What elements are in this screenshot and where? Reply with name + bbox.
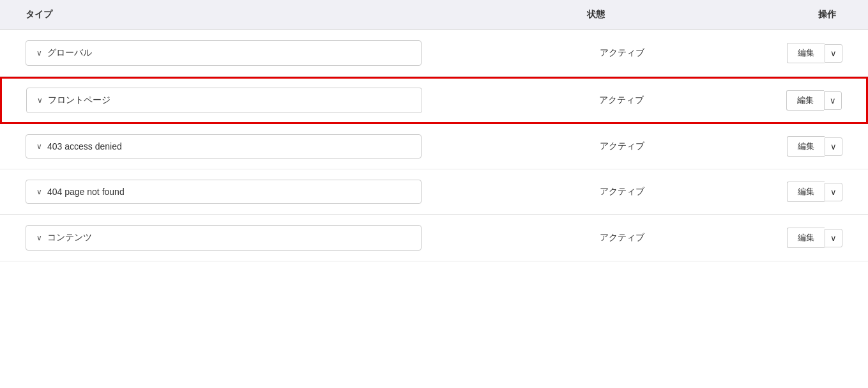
action-cell-contents: 編集 ∨	[715, 228, 842, 248]
table-row-wrapper-403: ∨ 403 access denied アクティブ 編集 ∨	[0, 124, 868, 169]
dropdown-button-front-page[interactable]: ∨	[824, 91, 842, 110]
table-body: ∨ グローバル アクティブ 編集 ∨ ∨ フロントページ アク	[0, 30, 868, 261]
type-cell-contents: ∨ コンテンツ	[26, 225, 587, 251]
type-box-404: ∨ 404 page not found	[26, 180, 422, 204]
type-label-global: グローバル	[47, 47, 92, 59]
type-cell-global: ∨ グローバル	[26, 40, 587, 66]
main-table: タイプ 状態 操作 ∨ グローバル アクティブ 編集 ∨	[0, 0, 868, 261]
chevron-icon-403: ∨	[36, 142, 42, 151]
table-row-wrapper-404: ∨ 404 page not found アクティブ 編集 ∨	[0, 169, 868, 215]
header-action: 操作	[715, 9, 842, 20]
status-cell-404: アクティブ	[587, 186, 715, 198]
table-row-wrapper-global: ∨ グローバル アクティブ 編集 ∨	[0, 30, 868, 77]
table-row: ∨ コンテンツ アクティブ 編集 ∨	[26, 225, 842, 251]
table-row-wrapper-front-page: ∨ フロントページ アクティブ 編集 ∨	[0, 77, 868, 124]
edit-button-403[interactable]: 編集	[787, 136, 825, 157]
type-cell-front-page: ∨ フロントページ	[26, 88, 586, 113]
edit-button-404[interactable]: 編集	[787, 182, 825, 202]
type-cell-403: ∨ 403 access denied	[26, 134, 587, 159]
header-status: 状態	[587, 9, 715, 20]
dropdown-button-404[interactable]: ∨	[825, 183, 842, 201]
dropdown-button-403[interactable]: ∨	[825, 137, 842, 156]
table-row: ∨ フロントページ アクティブ 編集 ∨	[26, 88, 842, 113]
type-label-404: 404 page not found	[47, 187, 125, 197]
chevron-icon-global: ∨	[36, 49, 42, 58]
chevron-icon-404: ∨	[36, 187, 42, 196]
type-box-global: ∨ グローバル	[26, 40, 422, 66]
table-row: ∨ グローバル アクティブ 編集 ∨	[26, 40, 842, 66]
status-cell-front-page: アクティブ	[586, 95, 714, 106]
table-header: タイプ 状態 操作	[0, 0, 868, 30]
action-cell-404: 編集 ∨	[715, 182, 842, 202]
chevron-icon-front-page: ∨	[37, 96, 43, 105]
type-box-front-page: ∨ フロントページ	[26, 88, 422, 113]
action-cell-front-page: 編集 ∨	[714, 90, 842, 111]
edit-button-contents[interactable]: 編集	[787, 228, 825, 248]
type-label-403: 403 access denied	[47, 141, 122, 151]
type-label-front-page: フロントページ	[48, 95, 110, 106]
dropdown-button-contents[interactable]: ∨	[825, 229, 842, 247]
table-row-wrapper-contents: ∨ コンテンツ アクティブ 編集 ∨	[0, 215, 868, 261]
type-box-contents: ∨ コンテンツ	[26, 225, 422, 251]
status-cell-403: アクティブ	[587, 141, 715, 152]
type-box-403: ∨ 403 access denied	[26, 134, 422, 159]
status-cell-contents: アクティブ	[587, 232, 715, 244]
action-cell-global: 編集 ∨	[715, 43, 842, 63]
status-cell-global: アクティブ	[587, 47, 715, 59]
header-type: タイプ	[26, 9, 587, 20]
action-cell-403: 編集 ∨	[715, 136, 842, 157]
table-row: ∨ 403 access denied アクティブ 編集 ∨	[26, 134, 842, 159]
edit-button-front-page[interactable]: 編集	[786, 90, 824, 111]
chevron-icon-contents: ∨	[36, 233, 42, 242]
edit-button-global[interactable]: 編集	[787, 43, 825, 63]
table-row: ∨ 404 page not found アクティブ 編集 ∨	[26, 180, 842, 204]
type-label-contents: コンテンツ	[47, 232, 92, 244]
type-cell-404: ∨ 404 page not found	[26, 180, 587, 204]
dropdown-button-global[interactable]: ∨	[825, 44, 842, 63]
